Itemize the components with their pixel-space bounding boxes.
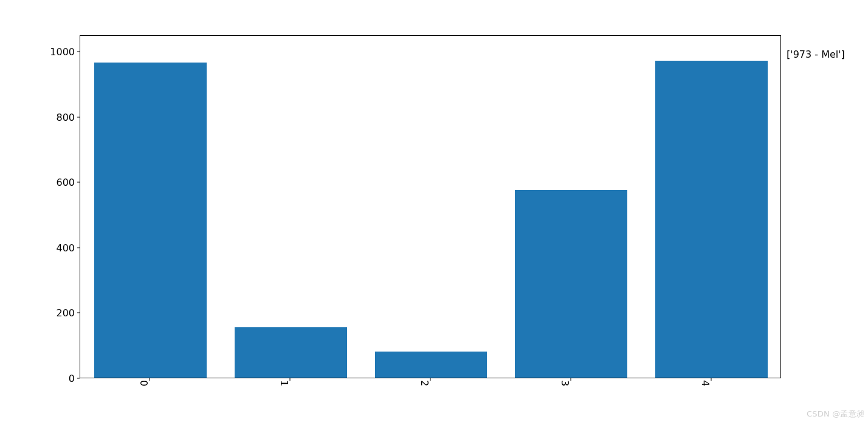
y-tick-mark bbox=[77, 117, 80, 117]
x-tick-label: 2 bbox=[419, 380, 430, 386]
x-tick-mark bbox=[150, 378, 150, 381]
bar bbox=[235, 327, 347, 378]
y-tick-mark bbox=[77, 51, 80, 52]
y-tick-mark bbox=[77, 313, 80, 313]
watermark: CSDN @孟意昶 bbox=[807, 409, 864, 420]
chart-title: ['973 - Mel'] bbox=[787, 49, 845, 60]
y-tick-label: 0 bbox=[69, 373, 75, 384]
bar bbox=[515, 190, 627, 378]
bar bbox=[94, 63, 207, 378]
x-tick-label: 3 bbox=[559, 380, 571, 386]
figure: 02004006008001000 01234 ['973 - Mel'] CS… bbox=[0, 0, 868, 422]
bar bbox=[655, 61, 768, 378]
x-tick-label: 1 bbox=[278, 380, 290, 386]
y-axis: 02004006008001000 bbox=[0, 35, 80, 378]
y-tick-mark bbox=[77, 247, 80, 248]
y-tick-label: 400 bbox=[56, 242, 75, 253]
x-axis: 01234 bbox=[80, 378, 781, 422]
y-tick-label: 200 bbox=[56, 307, 75, 319]
y-tick-label: 1000 bbox=[50, 46, 75, 57]
y-tick-label: 600 bbox=[56, 177, 75, 188]
plot-area bbox=[80, 36, 780, 378]
chart-axes bbox=[80, 35, 781, 378]
y-tick-label: 800 bbox=[56, 111, 75, 123]
x-tick-label: 0 bbox=[138, 380, 150, 386]
bar bbox=[375, 352, 487, 378]
y-tick-mark bbox=[77, 182, 80, 183]
x-tick-label: 4 bbox=[700, 380, 711, 386]
